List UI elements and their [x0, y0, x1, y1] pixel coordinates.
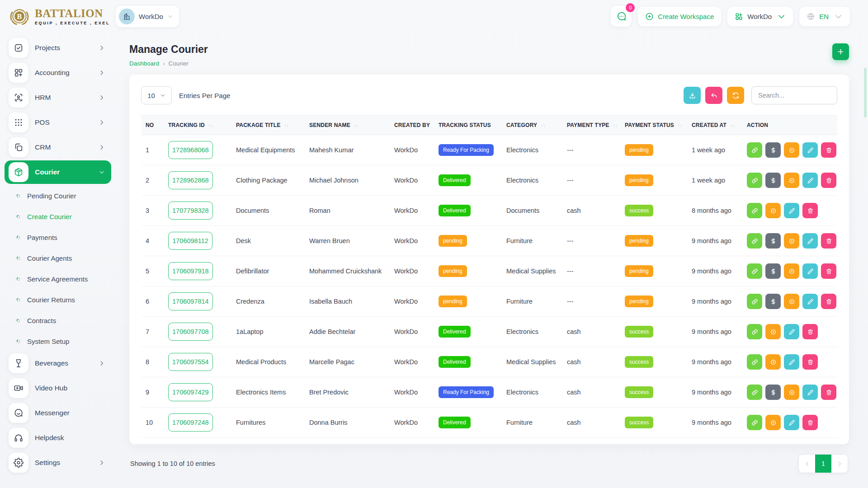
tracking-id-chip[interactable]: 1728962868 [168, 171, 213, 189]
breadcrumb-dashboard-link[interactable]: Dashboard [129, 60, 159, 67]
payment-button[interactable] [765, 385, 781, 400]
tracking-id-chip[interactable]: 1706097554 [168, 353, 213, 371]
sidebar-subitem-contracts[interactable]: Contracts [5, 310, 111, 331]
sidebar-subitem-payments[interactable]: Payments [5, 227, 111, 248]
pagination-page-1[interactable]: 1 [815, 455, 831, 473]
edit-button[interactable] [784, 324, 799, 339]
payment-button[interactable] [765, 294, 781, 309]
tracking-id-chip[interactable]: 1706097248 [168, 413, 213, 432]
column-header-package-title[interactable]: PACKAGE TITLE↑↓ [231, 116, 305, 135]
sidebar-item-pos[interactable]: POS [5, 111, 111, 134]
view-button[interactable] [784, 263, 799, 279]
sidebar-subitem-pending-courier[interactable]: Pending Courier [5, 185, 111, 206]
workspace-switcher[interactable]: WorkDo [116, 6, 179, 27]
column-header-tracking-id[interactable]: TRACKING ID↑↓ [164, 116, 231, 135]
payment-button[interactable] [765, 263, 781, 279]
tracking-id-chip[interactable]: 1707798328 [168, 202, 213, 220]
view-button[interactable] [784, 173, 799, 188]
delete-button[interactable] [821, 294, 836, 309]
eye-icon [770, 328, 777, 335]
export-button[interactable] [684, 87, 701, 104]
tracking-link-button[interactable] [747, 233, 762, 249]
delete-button[interactable] [821, 385, 836, 400]
payment-button[interactable] [765, 233, 781, 249]
payment-button[interactable] [765, 142, 781, 158]
delete-button[interactable] [821, 233, 836, 249]
workdo-menu-button[interactable]: WorkDo [727, 7, 793, 26]
delete-button[interactable] [802, 415, 818, 430]
delete-button[interactable] [821, 173, 836, 188]
edit-button[interactable] [784, 354, 799, 370]
edit-button[interactable] [784, 415, 799, 430]
tracking-link-button[interactable] [747, 294, 762, 309]
edit-button[interactable] [802, 233, 818, 249]
column-header-created-at[interactable]: CREATED AT↑↓ [687, 116, 742, 135]
sidebar-item-beverages[interactable]: Beverages [5, 352, 111, 375]
edit-button[interactable] [802, 294, 818, 309]
refresh-button[interactable] [727, 87, 744, 104]
delete-button[interactable] [802, 203, 818, 218]
sidebar-item-courier[interactable]: Courier [5, 160, 111, 184]
edit-button[interactable] [802, 263, 818, 279]
search-input[interactable] [751, 86, 837, 104]
delete-button[interactable] [802, 354, 818, 370]
sidebar-subitem-service-agreements[interactable]: Service Agreements [5, 268, 111, 289]
edit-button[interactable] [784, 203, 799, 218]
tracking-link-button[interactable] [747, 263, 762, 279]
tracking-link-button[interactable] [747, 385, 762, 400]
sidebar-item-projects[interactable]: Projects [5, 36, 111, 60]
edit-button[interactable] [802, 142, 818, 158]
tracking-id-chip[interactable]: 1706098112 [168, 232, 212, 250]
language-selector[interactable]: EN [799, 7, 850, 26]
view-button[interactable] [784, 385, 799, 400]
sidebar-item-crm[interactable]: CRM [5, 136, 111, 159]
tracking-link-button[interactable] [747, 142, 762, 158]
sidebar-item-helpdesk[interactable]: Helpdesk [5, 426, 111, 450]
sidebar-subitem-create-courier[interactable]: Create Courier [5, 206, 111, 227]
create-workspace-button[interactable]: Create Workspace [638, 7, 721, 26]
sidebar-subitem-courier-returns[interactable]: Courier Returns [5, 289, 111, 310]
tracking-id-chip[interactable]: 1728968068 [168, 141, 213, 159]
tracking-id-chip[interactable]: 1706097429 [168, 383, 213, 401]
scrollbar-thumb[interactable] [864, 68, 867, 117]
sidebar-item-accounting[interactable]: Accounting [5, 61, 111, 84]
delete-button[interactable] [802, 324, 818, 339]
edit-button[interactable] [802, 385, 818, 400]
table-cell-tracking-status: Delivered [434, 408, 502, 438]
sidebar-item-settings[interactable]: Settings [5, 451, 111, 474]
sidebar-item-video-hub[interactable]: Video Hub [5, 376, 111, 400]
edit-button[interactable] [802, 173, 818, 188]
tracking-id-chip[interactable]: 1706097708 [168, 323, 213, 341]
column-header-category[interactable]: CATEGORY↑↓ [502, 116, 562, 135]
add-courier-button[interactable] [832, 43, 849, 60]
pagination-prev-button[interactable] [799, 455, 815, 473]
view-button[interactable] [765, 354, 781, 370]
tracking-id-chip[interactable]: 1706097918 [168, 262, 213, 280]
tracking-id-chip[interactable]: 1706097814 [168, 292, 213, 310]
delete-button[interactable] [821, 263, 836, 279]
view-button[interactable] [765, 415, 781, 430]
view-button[interactable] [784, 233, 799, 249]
column-header-payment-type[interactable]: PAYMENT TYPE↑↓ [562, 116, 620, 135]
payment-button[interactable] [765, 173, 781, 188]
tracking-link-button[interactable] [747, 415, 762, 430]
sidebar-item-hrm[interactable]: HRM [5, 86, 111, 109]
view-button[interactable] [765, 203, 781, 218]
entries-per-page-select[interactable]: 10 [141, 86, 172, 104]
column-header-payment-status[interactable]: PAYMENT STATUS↑↓ [620, 116, 687, 135]
undo-button[interactable] [705, 87, 722, 104]
sidebar-subitem-courier-agents[interactable]: Courier Agents [5, 248, 111, 268]
delete-button[interactable] [821, 142, 836, 158]
messages-button[interactable]: 0 [611, 6, 632, 27]
tracking-link-button[interactable] [747, 324, 762, 339]
view-button[interactable] [765, 324, 781, 339]
tracking-link-button[interactable] [747, 173, 762, 188]
sidebar-subitem-system-setup[interactable]: System Setup [5, 331, 111, 352]
column-header-sender-name[interactable]: SENDER NAME↑↓ [305, 116, 390, 135]
tracking-link-button[interactable] [747, 354, 762, 370]
view-button[interactable] [784, 294, 799, 309]
pagination-next-button[interactable] [831, 455, 848, 473]
tracking-link-button[interactable] [747, 203, 762, 218]
sidebar-item-messenger[interactable]: Messenger [5, 401, 111, 425]
view-button[interactable] [784, 142, 799, 158]
